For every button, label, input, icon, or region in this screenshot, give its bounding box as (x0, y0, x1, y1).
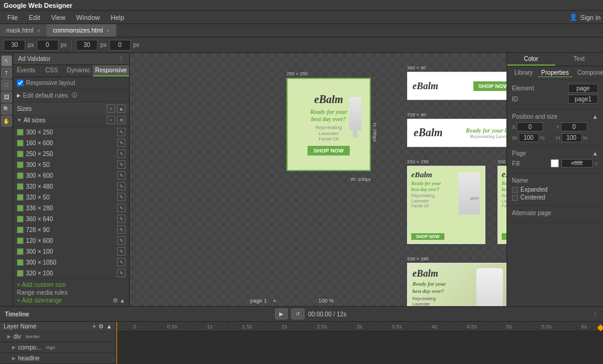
size-edit-5[interactable]: ✎ (117, 182, 125, 190)
size-edit-0[interactable]: ✎ (117, 128, 125, 136)
ad-336x280[interactable]: eBalm Ready for yourbest day ever? Rejuv… (407, 263, 507, 306)
size-y-input[interactable] (109, 40, 131, 51)
size-cb-1[interactable] (17, 140, 24, 146)
position-expand-icon[interactable]: ▲ (592, 113, 598, 120)
all-sizes-label[interactable]: All sizes (24, 117, 105, 124)
prop-tab-library[interactable]: Library (511, 69, 537, 77)
canvas-area[interactable]: 250 × 250 eBalm Ready for yourbest day e… (130, 53, 507, 306)
size-edit-4[interactable]: ✎ (117, 171, 125, 180)
btn-360x90[interactable]: SHOP NOW (473, 81, 507, 91)
tab-commonsizes-close[interactable]: × (107, 28, 110, 34)
size-cb-8[interactable] (17, 216, 24, 222)
size-edit-12[interactable]: ✎ (117, 258, 125, 266)
page-section-expand[interactable]: ▲ (592, 150, 598, 157)
ad-728x90[interactable]: eBalm Ready for your best day ever? Reju… (407, 119, 507, 147)
size-cb-3[interactable] (17, 162, 24, 168)
position-y-input[interactable] (37, 40, 58, 51)
sidebar-more-icon[interactable]: ⋮ (118, 55, 124, 62)
tab-commonsizes[interactable]: commonsizes.html × (47, 24, 116, 37)
menu-help[interactable]: Help (106, 13, 129, 22)
prop-tab-properties[interactable]: Properties (538, 69, 573, 77)
ad-300x250[interactable]: eBalm Ready for yourbest day ever? Rejuv… (497, 166, 507, 244)
ad-360x90[interactable]: eBalm SHOP NOW (407, 72, 507, 100)
size-w-input[interactable] (519, 133, 539, 142)
menu-view[interactable]: View (46, 13, 71, 22)
size-h-input[interactable] (561, 133, 582, 142)
timeline-tracks[interactable]: 0 0.5s 1s 1.5s 2s 2.5s 3s 3.5s 4s 4.5s 5… (116, 322, 603, 364)
sidebar-tab-events[interactable]: Events (13, 65, 39, 77)
shape-tool[interactable]: □ (1, 80, 12, 90)
fill-color-input[interactable] (561, 159, 593, 168)
text-tool[interactable]: T (1, 67, 12, 78)
tab-mask-close[interactable]: × (37, 28, 40, 34)
size-cb-0[interactable] (17, 129, 24, 136)
layer-settings-icon[interactable]: ⚙ (98, 323, 104, 330)
size-cb-9[interactable] (17, 227, 24, 233)
expanded-checkbox[interactable] (512, 187, 518, 193)
right-tab-color[interactable]: Color (507, 53, 555, 66)
play-button[interactable]: ▶ (275, 309, 288, 319)
sign-in-label[interactable]: Sign in (580, 14, 601, 21)
sidebar-tab-css[interactable]: CSS (39, 65, 64, 77)
size-cb-4[interactable] (17, 172, 24, 179)
size-edit-9[interactable]: ✎ (117, 225, 125, 234)
size-edit-2[interactable]: ✎ (117, 149, 125, 158)
menu-edit[interactable]: Edit (24, 13, 45, 22)
size-edit-8[interactable]: ✎ (117, 215, 125, 223)
size-edit-3[interactable]: ✎ (117, 160, 125, 169)
layer-headline-expand[interactable]: ▶ (12, 356, 16, 361)
size-x-input[interactable] (76, 40, 98, 51)
timeline-playhead[interactable] (116, 322, 117, 364)
all-sizes-add[interactable]: + (107, 116, 115, 124)
default-rules-label[interactable]: Edit default rules (23, 92, 68, 99)
size-edit-13[interactable]: ✎ (117, 269, 125, 277)
size-cb-5[interactable] (17, 183, 24, 190)
layer-div-expand[interactable]: ▶ (7, 334, 11, 339)
sign-in-area[interactable]: 👤 Sign in (569, 13, 601, 21)
size-cb-11[interactable] (17, 248, 24, 255)
size-edit-6[interactable]: ✎ (117, 193, 125, 201)
size-cb-10[interactable] (17, 237, 24, 244)
menu-file[interactable]: File (2, 13, 23, 22)
timeline-more-icon[interactable]: ⋮ (592, 311, 598, 318)
image-tool[interactable]: 🖼 (1, 92, 12, 102)
size-edit-1[interactable]: ✎ (117, 139, 125, 147)
active-ad-shop-btn[interactable]: SHOP NOW (308, 146, 350, 155)
size-edit-10[interactable]: ✎ (117, 236, 125, 245)
right-tab-text[interactable]: Text (555, 53, 604, 66)
position-x-input[interactable] (4, 40, 25, 51)
layer-expand-icon[interactable]: ▲ (106, 323, 112, 330)
add-size-range-link[interactable]: + Add size/range (17, 297, 62, 304)
size-cb-12[interactable] (17, 259, 24, 266)
responsive-layout-checkbox[interactable] (17, 80, 24, 86)
tab-mask[interactable]: mask.html × (0, 24, 47, 37)
loop-button[interactable]: ↺ (291, 309, 305, 319)
hand-tool[interactable]: ✋ (1, 116, 12, 127)
active-preview-container[interactable]: 250 × 250 eBalm Ready for yourbest day e… (286, 71, 371, 171)
size-cb-6[interactable] (17, 194, 24, 201)
ad-250x250[interactable]: eBalm Ready for yourbest day ever? Rejuv… (407, 166, 485, 244)
menu-window[interactable]: Window (71, 13, 104, 22)
prop-tab-components[interactable]: Components (573, 69, 603, 77)
active-ad-preview[interactable]: eBalm Ready for yourbest day ever? Rejuv… (286, 78, 371, 171)
sidebar-tab-responsive[interactable]: Responsive (93, 65, 129, 77)
size-cb-2[interactable] (17, 151, 24, 157)
sidebar-tab-dynamic[interactable]: Dynamic (65, 65, 93, 77)
centered-checkbox[interactable] (512, 195, 518, 201)
layer-add-icon[interactable]: + (92, 323, 96, 330)
select-tool[interactable]: ↖ (1, 55, 12, 66)
zoom-tool[interactable]: 🔍 (1, 104, 12, 115)
pos-y-input[interactable] (561, 122, 587, 131)
layer-compo-expand[interactable]: ▶ (12, 345, 16, 350)
size-cb-7[interactable] (17, 205, 24, 212)
fill-color-swatch[interactable] (551, 159, 559, 168)
size-cb-13[interactable] (17, 270, 24, 277)
range-settings-icon[interactable]: ⚙ (113, 297, 118, 304)
btn-250x250[interactable]: SHOP NOW (411, 233, 444, 240)
pos-x-input[interactable] (517, 122, 543, 131)
all-sizes-settings[interactable]: ⚙ (117, 116, 125, 124)
size-edit-7[interactable]: ✎ (117, 204, 125, 212)
collapse-sizes-icon[interactable]: ▲ (117, 104, 125, 113)
add-custom-size-link[interactable]: + Add custom size (17, 281, 66, 288)
size-edit-11[interactable]: ✎ (117, 247, 125, 256)
